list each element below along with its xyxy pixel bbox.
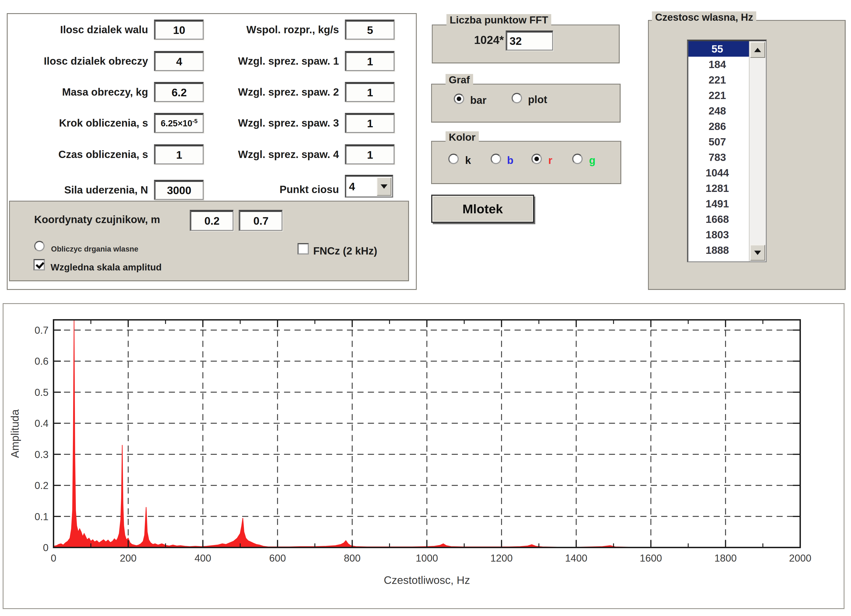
- input-ilosc-dzialek-walu[interactable]: 10: [154, 19, 204, 40]
- input-value-exponent: -5: [192, 118, 197, 125]
- label-sila-uderzenia: Sila uderzenia, N: [11, 184, 148, 196]
- input-value: 5: [367, 24, 373, 36]
- input-value: 0.7: [253, 215, 269, 227]
- input-value: 6.2: [171, 86, 187, 99]
- label-wzgl-sprez-spaw-4: Wzgl. sprez. spaw. 4: [211, 148, 339, 160]
- input-value: 3000: [167, 184, 191, 197]
- label-wspol-rozpr: Wspol. rozpr., kg/s: [211, 24, 339, 36]
- input-value: 1: [367, 117, 373, 130]
- label-ilosc-dzialek-walu: Ilosc dzialek walu: [11, 24, 148, 36]
- label-obliczyc-drgania: Obliczyc drgania wlasne: [51, 243, 138, 255]
- label-wzgl-sprez-spaw-1: Wzgl. sprez. spaw. 1: [211, 55, 339, 67]
- input-wzgl-sprez-spaw-2[interactable]: 1: [345, 82, 394, 102]
- label-krok-obliczenia: Krok obliczenia, s: [11, 117, 148, 129]
- label-fncz: FNCz (2 kHz): [313, 245, 377, 257]
- radio-graf-plot[interactable]: [511, 93, 522, 103]
- frequencies-listbox[interactable]: 55 184 221 221 248 286 507 783 1044 1281…: [687, 40, 767, 262]
- input-value: 32: [510, 35, 522, 47]
- input-value: 10: [173, 24, 185, 36]
- checkbox-fncz[interactable]: [298, 243, 309, 255]
- label-graf-bar: bar: [470, 94, 487, 106]
- input-value: 1: [367, 55, 373, 68]
- input-value: 1: [176, 148, 182, 161]
- input-koordynata-2[interactable]: 0.7: [239, 210, 283, 231]
- input-value: 1: [367, 86, 373, 99]
- fft-points-input[interactable]: 32: [506, 30, 553, 51]
- mlotek-button-label: Mlotek: [462, 201, 503, 216]
- chevron-down-icon: [380, 184, 388, 189]
- label-masa-obreczy: Masa obreczy, kg: [11, 86, 148, 98]
- label-wzgledna-skala: Wzgledna skala amplitud: [51, 261, 162, 273]
- input-koordynata-1[interactable]: 0.2: [190, 210, 233, 231]
- dropdown-arrow-button[interactable]: [377, 177, 391, 196]
- label-wzgl-sprez-spaw-2: Wzgl. sprez. spaw. 2: [211, 86, 339, 98]
- punkt-ciosu-value: 4: [349, 180, 355, 193]
- radio-kolor-b[interactable]: [491, 154, 501, 164]
- radio-obliczyc-drgania[interactable]: [34, 241, 45, 251]
- input-value: 0.2: [204, 215, 220, 227]
- radio-kolor-g[interactable]: [572, 154, 583, 164]
- radio-kolor-k[interactable]: [448, 154, 459, 164]
- arrow-up-icon: [754, 48, 761, 52]
- label-punkt-ciosu: Punkt ciosu: [211, 183, 339, 195]
- punkt-ciosu-dropdown[interactable]: 4: [345, 175, 393, 198]
- radio-kolor-r[interactable]: [531, 154, 542, 164]
- input-wzgl-sprez-spaw-1[interactable]: 1: [345, 51, 394, 71]
- radio-graf-bar[interactable]: [454, 94, 464, 104]
- app-window: Ilosc dzialek walu 10 Ilosc dzialek obre…: [0, 0, 851, 616]
- scroll-up-button[interactable]: [750, 42, 765, 58]
- graf-group-title: Graf: [445, 74, 473, 86]
- input-masa-obreczy[interactable]: 6.2: [154, 82, 204, 102]
- input-czas-obliczenia[interactable]: 1: [154, 144, 204, 164]
- fft-prefix: 1024*: [456, 34, 504, 46]
- input-value: 1: [367, 148, 373, 161]
- label-graf-plot: plot: [528, 94, 547, 105]
- label-wzgl-sprez-spaw-3: Wzgl. sprez. spaw. 3: [211, 117, 339, 129]
- label-koordynaty: Koordynaty czujnikow, m: [34, 214, 160, 225]
- input-wzgl-sprez-spaw-4[interactable]: 1: [345, 144, 394, 164]
- input-ilosc-dzialek-obreczy[interactable]: 4: [154, 51, 204, 71]
- checkbox-wzgledna-skala[interactable]: [33, 259, 45, 270]
- label-kolor-k: k: [465, 154, 471, 166]
- kolor-group-title: Kolor: [445, 131, 479, 143]
- listbox-scrollbar[interactable]: [749, 41, 766, 261]
- mlotek-button[interactable]: Mlotek: [431, 195, 534, 223]
- label-ilosc-dzialek-obreczy: Ilosc dzialek obreczy: [11, 55, 148, 67]
- input-value: 4: [176, 55, 182, 68]
- arrow-down-icon: [754, 250, 761, 255]
- figure-panel: [3, 303, 845, 609]
- frequencies-panel-title: Czestosc wlasna, Hz: [652, 11, 756, 23]
- input-krok-obliczenia[interactable]: 6.25×10-5: [154, 113, 204, 133]
- input-value: 6.25×10: [161, 118, 192, 128]
- label-kolor-g: g: [589, 154, 595, 166]
- input-wzgl-sprez-spaw-3[interactable]: 1: [345, 113, 394, 133]
- scroll-down-button[interactable]: [750, 245, 765, 261]
- input-wspol-rozpr[interactable]: 5: [345, 19, 394, 40]
- label-czas-obliczenia: Czas obliczenia, s: [11, 148, 148, 160]
- fft-group-title: Liczba punktow FFT: [447, 14, 551, 26]
- input-sila-uderzenia[interactable]: 3000: [154, 180, 204, 200]
- label-kolor-b: b: [507, 154, 513, 166]
- label-kolor-r: r: [548, 154, 552, 166]
